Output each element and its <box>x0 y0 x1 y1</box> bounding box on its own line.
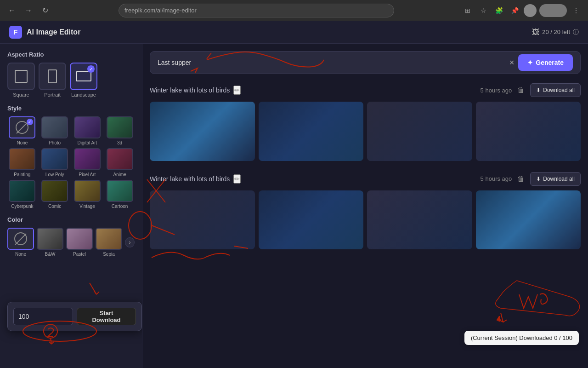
avatar-large <box>539 4 567 17</box>
pin-icon[interactable]: 📌 <box>508 4 521 17</box>
aspect-ratio-label: Aspect Ratio <box>7 51 135 58</box>
color-pastel[interactable]: Pastel <box>66 228 93 257</box>
style-3d[interactable]: 3d <box>105 116 135 145</box>
browser-chrome: ← → ↻ freepik.com/ai/image-editor ⊞ ☆ 🧩 … <box>0 0 588 21</box>
image-thumb-1-2[interactable] <box>259 102 364 161</box>
style-label-none: None <box>17 140 28 145</box>
download-all-button-1[interactable]: ⬇ Download all <box>530 83 581 97</box>
aspect-label-landscape: Landscape <box>71 92 96 98</box>
style-cartoon[interactable]: Cartoon <box>105 180 135 209</box>
style-thumb-vintage[interactable] <box>74 180 101 202</box>
style-label-cyberpunk: Cyberpunk <box>11 204 33 209</box>
aspect-portrait[interactable]: Portrait <box>39 63 66 98</box>
forward-button[interactable]: → <box>22 4 35 17</box>
style-thumb-pixel[interactable] <box>74 148 101 170</box>
style-thumb-none[interactable] <box>9 116 35 138</box>
color-thumb-sepia[interactable] <box>96 228 122 250</box>
screen-icon[interactable]: ⊞ <box>461 4 474 17</box>
aspect-box-portrait[interactable] <box>39 63 66 90</box>
style-thumb-cyberpunk[interactable] <box>9 180 35 202</box>
style-thumb-lowpoly[interactable] <box>41 148 68 170</box>
start-download-button[interactable]: Start Download <box>77 308 136 325</box>
avatar-small <box>524 4 537 17</box>
color-none-icon <box>14 232 27 245</box>
style-cyberpunk[interactable]: Cyberpunk <box>7 180 37 209</box>
gen-time-1: 5 hours ago <box>481 87 512 94</box>
edit-title-button-2[interactable]: ✏ <box>233 174 241 184</box>
image-icon: 🖼 <box>532 28 539 36</box>
style-thumb-comic[interactable] <box>41 180 68 202</box>
image-thumb-2-2[interactable] <box>259 190 364 250</box>
reload-button[interactable]: ↻ <box>39 4 51 17</box>
color-thumb-bw[interactable] <box>37 228 63 250</box>
download-all-button-2[interactable]: ⬇ Download all <box>530 172 581 186</box>
style-label-pixel: Pixel Art <box>79 172 96 177</box>
gen-group-title-2: Winter lake with lots of birds <box>150 175 230 183</box>
image-thumb-1-3[interactable] <box>367 102 472 161</box>
style-comic[interactable]: Comic <box>40 180 70 209</box>
image-thumb-1-4[interactable] <box>476 102 581 161</box>
main-layout: Aspect Ratio Square Portrait Landscape <box>0 44 588 368</box>
style-lowpoly[interactable]: Low Poly <box>40 148 70 177</box>
extensions-icon[interactable]: 🧩 <box>492 4 505 17</box>
download-popup: Start Download <box>7 302 142 331</box>
edit-title-button-1[interactable]: ✏ <box>233 86 241 95</box>
style-label: Style <box>7 105 135 112</box>
delete-group-button-2[interactable]: 🗑 <box>517 175 525 183</box>
aspect-box-landscape[interactable] <box>70 63 97 90</box>
color-label-bw: B&W <box>45 252 56 257</box>
style-none[interactable]: None <box>7 116 37 145</box>
generate-label: Generate <box>536 59 564 66</box>
profile-icon[interactable] <box>524 4 537 17</box>
address-bar[interactable]: freepik.com/ai/image-editor <box>119 4 394 17</box>
style-anime[interactable]: Anime <box>105 148 135 177</box>
info-icon: ⓘ <box>573 28 579 36</box>
prompt-clear-button[interactable]: × <box>505 56 518 69</box>
generate-button[interactable]: ✦ Generate <box>518 54 573 71</box>
color-chevron-right[interactable]: › <box>125 237 135 247</box>
color-thumb-none[interactable] <box>7 228 34 250</box>
image-thumb-1-1[interactable] <box>150 102 255 161</box>
style-thumb-anime[interactable] <box>107 148 133 170</box>
color-sepia[interactable]: Sepia <box>96 228 122 257</box>
back-button[interactable]: ← <box>6 4 18 17</box>
gen-group-title-1: Winter lake with lots of birds <box>150 86 230 94</box>
star-icon[interactable]: ☆ <box>477 4 490 17</box>
aspect-grid: Square Portrait Landscape <box>7 63 135 98</box>
download-all-label-2: Download all <box>543 176 575 182</box>
color-bw[interactable]: B&W <box>37 228 63 257</box>
none-icon <box>16 121 28 134</box>
color-label-pastel: Pastel <box>73 252 86 257</box>
color-label: Color <box>7 216 135 223</box>
aspect-square[interactable]: Square <box>7 63 35 98</box>
color-thumb-pastel[interactable] <box>66 228 93 250</box>
style-thumb-3d[interactable] <box>107 116 133 138</box>
style-thumb-photo[interactable] <box>41 116 68 138</box>
style-label-digital: Digital Art <box>77 140 97 145</box>
aspect-label-portrait: Portrait <box>44 92 60 98</box>
style-thumb-cartoon[interactable] <box>107 180 133 202</box>
generation-group-1: Winter lake with lots of birds ✏ 5 hours… <box>150 83 581 161</box>
aspect-landscape[interactable]: Landscape <box>70 63 97 98</box>
style-label-comic: Comic <box>48 204 61 209</box>
style-label-anime: Anime <box>113 172 126 177</box>
aspect-box-square[interactable] <box>7 63 35 90</box>
style-digital-art[interactable]: Digital Art <box>73 116 102 145</box>
image-thumb-2-4[interactable] <box>476 190 581 250</box>
delete-group-button-1[interactable]: 🗑 <box>517 86 525 94</box>
color-none[interactable]: None <box>7 228 34 257</box>
image-thumb-2-3[interactable] <box>367 190 472 250</box>
menu-icon[interactable]: ⋮ <box>570 4 582 17</box>
image-thumb-2-1[interactable] <box>150 190 255 250</box>
credits-info: 🖼 20 / 20 left ⓘ <box>532 28 579 36</box>
color-label-sepia: Sepia <box>103 252 115 257</box>
style-photo[interactable]: Photo <box>40 116 70 145</box>
style-thumb-digital[interactable] <box>74 116 101 138</box>
style-thumb-painting[interactable] <box>9 148 35 170</box>
gen-group-meta-1: 5 hours ago 🗑 ⬇ Download all <box>481 83 581 97</box>
download-count-input[interactable] <box>13 308 73 325</box>
style-painting[interactable]: Painting <box>7 148 37 177</box>
prompt-input[interactable] <box>158 59 505 66</box>
style-vintage[interactable]: Vintage <box>73 180 102 209</box>
style-pixel[interactable]: Pixel Art <box>73 148 102 177</box>
